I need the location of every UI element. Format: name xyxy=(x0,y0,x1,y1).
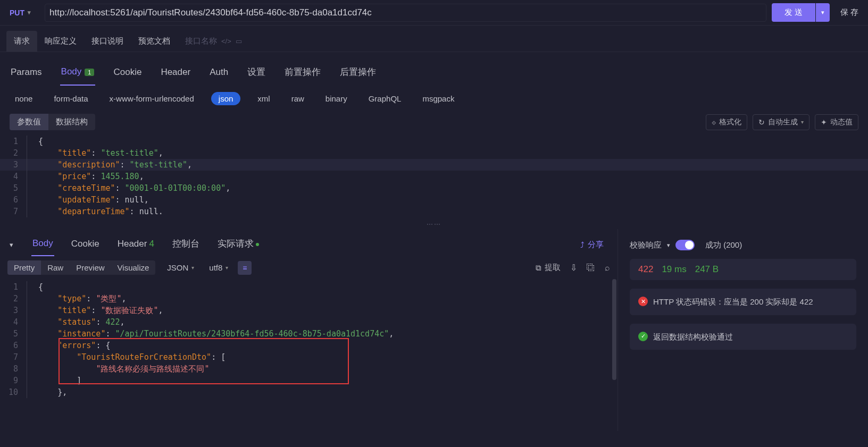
response-tab[interactable]: Cookie xyxy=(70,234,101,256)
error-message: HTTP 状态码错误：应当是 200 实际却是 422 xyxy=(653,295,813,309)
request-section-tabs: ParamsBody1CookieHeaderAuth设置前置操作后置操作 xyxy=(0,52,868,86)
code-line: 1{ xyxy=(0,281,617,293)
code-line: 10 }, xyxy=(0,386,617,398)
body-mode-option[interactable]: 数据结构 xyxy=(48,114,95,130)
body-type-option[interactable]: x-www-form-urlencoded xyxy=(105,92,198,105)
export-icon[interactable]: ⇩ xyxy=(570,263,577,273)
code-icon: </> xyxy=(221,37,231,45)
response-view-option[interactable]: Preview xyxy=(70,260,111,275)
code-line: 8 "路线名称必须与路线描述不同" xyxy=(0,363,617,375)
response-stats: 422 19 ms 247 B xyxy=(630,259,856,280)
url-bar: PUT ▾ 发 送 ▾ 保 存 xyxy=(0,0,868,26)
status-code: 422 xyxy=(638,264,653,275)
response-tab[interactable]: Header4 xyxy=(116,234,155,256)
request-tab[interactable]: 后置操作 xyxy=(339,62,377,86)
chevron-down-icon[interactable]: ▾ xyxy=(667,242,670,249)
send-button-dropdown[interactable]: ▾ xyxy=(816,3,830,22)
code-line: 1{ xyxy=(0,136,868,147)
response-format-select[interactable]: JSON ▾ xyxy=(164,260,197,275)
http-method-select[interactable]: PUT ▾ xyxy=(4,5,36,20)
chevron-down-icon: ▾ xyxy=(28,9,31,16)
line-wrap-toggle[interactable]: ≡ xyxy=(238,261,252,275)
url-input[interactable] xyxy=(45,4,766,22)
response-size: 247 B xyxy=(695,264,719,275)
response-view-option[interactable]: Visualize xyxy=(111,260,156,275)
validation-toggle[interactable] xyxy=(675,240,695,250)
body-type-option[interactable]: msgpack xyxy=(418,92,458,105)
definition-tab[interactable]: 请求 xyxy=(6,31,37,52)
collapse-response-icon[interactable]: ▾ xyxy=(7,237,15,253)
body-type-option[interactable]: xml xyxy=(253,92,274,105)
send-button[interactable]: 发 送 xyxy=(772,3,815,22)
error-icon: ✕ xyxy=(638,297,648,306)
code-line: 9 ] xyxy=(0,375,617,386)
search-icon[interactable]: ⌕ xyxy=(605,263,610,273)
chevron-down-icon: ▾ xyxy=(801,119,804,125)
code-line: 4 "price": 1455.180, xyxy=(0,171,868,182)
extract-button[interactable]: ⧉ 提取 xyxy=(536,263,561,273)
copy-icon[interactable]: ⿻ xyxy=(587,263,595,273)
request-tab[interactable]: Cookie xyxy=(112,63,143,85)
response-body-viewer[interactable]: 1{2 "type": "类型",3 "title": "数据验证失败",4 "… xyxy=(0,279,617,400)
save-button[interactable]: 保 存 xyxy=(835,3,864,22)
code-line: 3 "title": "数据验证失败", xyxy=(0,305,617,316)
code-line: 5 "createTime": "0001-01-01T00:00:00", xyxy=(0,182,868,194)
definition-tab[interactable]: 接口说明 xyxy=(84,31,131,52)
assertion-error: ✕ HTTP 状态码错误：应当是 200 实际却是 422 xyxy=(630,289,856,315)
assertion-ok: ✓ 返回数据结构校验通过 xyxy=(630,324,856,350)
ok-message: 返回数据结构校验通过 xyxy=(653,330,733,344)
magic-icon: ✦ xyxy=(821,118,827,126)
body-type-option[interactable]: binary xyxy=(321,92,352,105)
share-button[interactable]: ⤴ 分享 xyxy=(580,240,610,250)
body-mode-toolbar: 参数值数据结构 ⟐ 格式化 ↻ 自动生成 ▾ ✦ 动态值 xyxy=(0,112,868,133)
response-encoding-select[interactable]: utf8 ▾ xyxy=(206,260,231,275)
request-tab[interactable]: Body1 xyxy=(60,62,96,86)
code-line: 4 "status": 422, xyxy=(0,316,617,328)
definition-tab[interactable]: 响应定义 xyxy=(37,31,84,52)
body-mode-group: 参数值数据结构 xyxy=(10,114,95,130)
validation-panel: 校验响应 ▾ 成功 (200) 422 19 ms 247 B ✕ HTTP 状… xyxy=(618,229,868,431)
body-type-option[interactable]: form-data xyxy=(49,92,92,105)
body-mode-option[interactable]: 参数值 xyxy=(10,114,48,130)
api-name-placeholder[interactable]: 接口名称 </> ▭ xyxy=(178,31,249,52)
response-tabs: ▾ BodyCookieHeader4控制台实际请求 ⤴ 分享 xyxy=(0,229,617,256)
request-tab[interactable]: Params xyxy=(10,63,43,85)
body-type-option[interactable]: GraphQL xyxy=(364,92,406,105)
definition-tab[interactable]: 预览文档 xyxy=(131,31,178,52)
dynamic-value-button[interactable]: ✦ 动态值 xyxy=(815,114,858,130)
definition-tabs: 请求响应定义接口说明预览文档 接口名称 </> ▭ xyxy=(0,26,868,52)
body-type-option[interactable]: none xyxy=(11,92,37,105)
request-tab[interactable]: Header xyxy=(160,63,191,85)
response-view-option[interactable]: Raw xyxy=(41,260,70,275)
response-tab[interactable]: Body xyxy=(31,234,54,256)
format-button[interactable]: ⟐ 格式化 xyxy=(706,114,747,130)
response-toolbar: PrettyRawPreviewVisualize JSON ▾ utf8 ▾ … xyxy=(0,256,617,279)
body-type-row: noneform-datax-www-form-urlencodedjsonxm… xyxy=(0,86,868,112)
response-tab[interactable]: 控制台 xyxy=(171,233,201,256)
code-line: 6 "errors": { xyxy=(0,340,617,351)
expected-status: 成功 (200) xyxy=(705,240,742,250)
request-tab[interactable]: Auth xyxy=(208,63,229,85)
request-body-editor[interactable]: 1{2 "title": "test-title",3 "description… xyxy=(0,133,868,220)
chevron-down-icon: ▾ xyxy=(191,265,194,271)
response-time: 19 ms xyxy=(662,264,686,275)
request-tab[interactable]: 设置 xyxy=(246,62,266,86)
refresh-icon: ↻ xyxy=(758,118,765,126)
response-view-option[interactable]: Pretty xyxy=(7,260,41,275)
body-type-option[interactable]: json xyxy=(211,92,241,105)
extract-icon: ⧉ xyxy=(536,263,541,273)
code-line: 5 "instance": "/api/TouristRoutes/2430bf… xyxy=(0,328,617,340)
request-tab[interactable]: 前置操作 xyxy=(283,62,322,86)
response-tab[interactable]: 实际请求 xyxy=(216,233,260,256)
response-view-group: PrettyRawPreviewVisualize xyxy=(7,260,155,275)
code-line: 7 "TouristRouteForCreationDto": [ xyxy=(0,351,617,363)
code-line: 3 "description": "test-title", xyxy=(0,159,868,171)
split-handle[interactable]: ⋯⋯ xyxy=(0,220,868,229)
format-icon: ⟐ xyxy=(712,118,716,126)
check-icon: ✓ xyxy=(638,332,648,341)
code-line: 6 "updateTime": null, xyxy=(0,194,868,206)
auto-generate-button[interactable]: ↻ 自动生成 ▾ xyxy=(753,114,809,130)
scrollbar[interactable] xyxy=(612,279,616,380)
body-type-option[interactable]: raw xyxy=(287,92,308,105)
code-line: 2 "title": "test-title", xyxy=(0,147,868,159)
